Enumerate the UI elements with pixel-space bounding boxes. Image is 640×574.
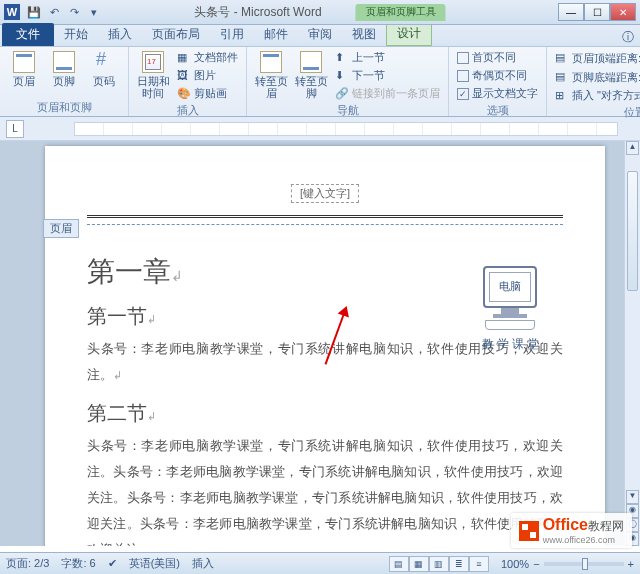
tab-layout[interactable]: 页面布局: [142, 23, 210, 46]
minimize-button[interactable]: [558, 3, 584, 21]
tab-view[interactable]: 视图: [342, 23, 386, 46]
ruler-toggle-icon[interactable]: L: [6, 120, 24, 138]
group-position: ▤页眉顶端距离:▲▼ ▤页脚底端距离:▲▼ ⊞插入 "对齐方式" 选项卡 位置: [547, 47, 640, 116]
clipart-button[interactable]: 🎨剪贴画: [175, 85, 240, 102]
zoom-in-icon[interactable]: +: [628, 558, 634, 570]
ribbon: 页眉 页脚 页码 页眉和页脚 日期和时间 ▦文档部件 🖼图片 🎨剪贴画 插入 转…: [0, 47, 640, 117]
goto-header-button[interactable]: 转至页眉: [253, 49, 289, 99]
group-label: 选项: [455, 102, 540, 119]
group-label: 页眉和页脚: [6, 99, 122, 116]
diff-first-page-checkbox[interactable]: 首页不同: [455, 49, 540, 66]
zoom-level[interactable]: 100%: [501, 558, 529, 570]
quick-access-toolbar: 💾 ↶ ↷ ▾: [26, 4, 102, 20]
link-icon: 🔗: [335, 87, 349, 101]
status-bar: 页面: 2/3 字数: 6 ✔ 英语(美国) 插入 ▤ ▦ ▥ ≣ ≡ 100%…: [0, 552, 640, 574]
monitor-icon: 电脑: [483, 266, 537, 308]
view-fullscreen-icon[interactable]: ▦: [409, 556, 429, 572]
tab-review[interactable]: 审阅: [298, 23, 342, 46]
view-buttons: ▤ ▦ ▥ ≣ ≡: [389, 556, 489, 572]
goto-footer-button[interactable]: 转至页脚: [293, 49, 329, 99]
date-time-button[interactable]: 日期和时间: [135, 49, 171, 99]
page[interactable]: [键入文字] 页眉 第一章↲ 第一节↲ 头条号：李老师电脑教学课堂，专门系统讲解…: [45, 146, 605, 546]
clipart-icon: 🎨: [177, 87, 191, 101]
quick-parts-button[interactable]: ▦文档部件: [175, 49, 240, 66]
status-insert-mode[interactable]: 插入: [192, 556, 214, 571]
quick-parts-icon: ▦: [177, 51, 191, 65]
office-logo-icon: [519, 521, 539, 541]
scrollbar-thumb[interactable]: [627, 171, 638, 291]
view-print-layout-icon[interactable]: ▤: [389, 556, 409, 572]
watermark: Office教程网 www.office26.com: [511, 513, 632, 548]
contextual-tab-group: 页眉和页脚工具: [356, 4, 446, 21]
prev-section-button[interactable]: ⬆上一节: [333, 49, 442, 66]
group-navigation: 转至页眉 转至页脚 ⬆上一节 ⬇下一节 🔗链接到前一条页眉 导航: [247, 47, 449, 116]
title-bar: W 💾 ↶ ↷ ▾ 头条号 - Microsoft Word 页眉和页脚工具: [0, 0, 640, 25]
insert-align-tab-button[interactable]: ⊞插入 "对齐方式" 选项卡: [553, 87, 640, 104]
show-doc-text-checkbox[interactable]: 显示文档文字: [455, 85, 540, 102]
group-label: 导航: [253, 102, 442, 119]
tab-file[interactable]: 文件: [2, 23, 54, 46]
group-options: 首页不同 奇偶页不同 显示文档文字 选项: [449, 47, 547, 116]
maximize-button[interactable]: [584, 3, 610, 21]
word-icon: W: [4, 4, 20, 20]
picture-button[interactable]: 🖼图片: [175, 67, 240, 84]
zoom-slider[interactable]: [544, 562, 624, 566]
footer-button[interactable]: 页脚: [46, 49, 82, 87]
redo-icon[interactable]: ↷: [66, 4, 82, 20]
view-web-icon[interactable]: ▥: [429, 556, 449, 572]
ruler-bar: L: [0, 117, 640, 141]
section-heading: 第二节↲: [87, 400, 563, 427]
group-label: 插入: [135, 102, 240, 119]
scroll-down-icon[interactable]: ▼: [626, 490, 639, 504]
next-section-button[interactable]: ⬇下一节: [333, 67, 442, 84]
tab-references[interactable]: 引用: [210, 23, 254, 46]
help-icon[interactable]: ⓘ: [622, 29, 634, 46]
status-page[interactable]: 页面: 2/3: [6, 556, 49, 571]
header-button[interactable]: 页眉: [6, 49, 42, 87]
view-outline-icon[interactable]: ≣: [449, 556, 469, 572]
tab-mailings[interactable]: 邮件: [254, 23, 298, 46]
link-previous-button[interactable]: 🔗链接到前一条页眉: [333, 85, 442, 102]
undo-icon[interactable]: ↶: [46, 4, 62, 20]
illustration-caption: 教 学 课 堂: [465, 336, 555, 353]
zoom-out-icon[interactable]: −: [533, 558, 539, 570]
group-header-footer: 页眉 页脚 页码 页眉和页脚: [0, 47, 129, 116]
page-number-button[interactable]: 页码: [86, 49, 122, 87]
diff-odd-even-checkbox[interactable]: 奇偶页不同: [455, 67, 540, 84]
group-insert: 日期和时间 ▦文档部件 🖼图片 🎨剪贴画 插入: [129, 47, 247, 116]
watermark-url: www.office26.com: [543, 535, 624, 545]
group-label: 位置: [553, 104, 640, 121]
ribbon-tabs: 文件 开始 插入 页面布局 引用 邮件 审阅 视图 设计 ⓘ: [0, 25, 640, 47]
window-title: 头条号 - Microsoft Word: [194, 4, 321, 21]
status-language[interactable]: 英语(美国): [129, 556, 180, 571]
illustration: 电脑 教 学 课 堂: [465, 266, 555, 353]
body-paragraph: 头条号：李老师电脑教学课堂，专门系统讲解电脑知识，软件使用技巧，欢迎关注。头条号…: [87, 433, 563, 546]
status-word-count[interactable]: 字数: 6: [61, 556, 95, 571]
header-dist-icon: ▤: [555, 51, 569, 65]
footer-distance-row: ▤页脚底端距离:▲▼: [553, 68, 640, 86]
status-spellcheck-icon[interactable]: ✔: [108, 557, 117, 570]
view-draft-icon[interactable]: ≡: [469, 556, 489, 572]
header-region[interactable]: [键入文字]: [87, 176, 563, 216]
scroll-up-icon[interactable]: ▲: [626, 141, 639, 155]
zoom-control: 100% − +: [501, 558, 634, 570]
vertical-scrollbar[interactable]: ▲ ▼ ◉ ◯ ◉: [624, 141, 640, 546]
tab-home[interactable]: 开始: [54, 23, 98, 46]
header-text-placeholder[interactable]: [键入文字]: [291, 184, 359, 203]
picture-icon: 🖼: [177, 69, 191, 83]
header-distance-row: ▤页眉顶端距离:▲▼: [553, 49, 640, 67]
document-area: [键入文字] 页眉 第一章↲ 第一节↲ 头条号：李老师电脑教学课堂，专门系统讲解…: [0, 141, 640, 546]
up-arrow-icon: ⬆: [335, 51, 349, 65]
header-tag: 页眉: [43, 219, 79, 238]
horizontal-ruler[interactable]: [74, 122, 618, 136]
footer-dist-icon: ▤: [555, 70, 569, 84]
align-tab-icon: ⊞: [555, 89, 569, 103]
qat-dropdown-icon[interactable]: ▾: [86, 4, 102, 20]
tab-insert[interactable]: 插入: [98, 23, 142, 46]
save-icon[interactable]: 💾: [26, 4, 42, 20]
down-arrow-icon: ⬇: [335, 69, 349, 83]
close-button[interactable]: [610, 3, 636, 21]
